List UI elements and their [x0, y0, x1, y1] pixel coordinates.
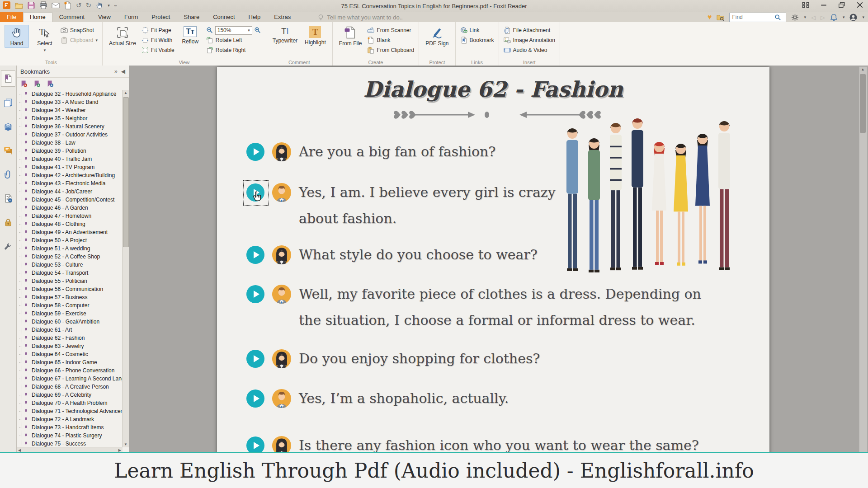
goto-bookmark-icon[interactable]: [47, 80, 54, 88]
bookmark-item[interactable]: Dialogue 67 - Learning A Second Language: [17, 375, 123, 383]
audio-play-button[interactable]: [246, 436, 264, 453]
bookmark-item[interactable]: Dialogue 50 - A Project: [17, 236, 123, 244]
nav-tab-attachments[interactable]: [1, 167, 15, 182]
nav-tab-comments[interactable]: [1, 143, 15, 158]
bookmark-item[interactable]: Dialogue 37 - Outdoor Activities: [17, 131, 123, 139]
tab-view[interactable]: View: [91, 12, 118, 22]
actual-size-button[interactable]: Actual Size: [107, 25, 138, 48]
notifications-bell-icon[interactable]: [830, 14, 838, 21]
bookmarks-scroll-thumb[interactable]: [123, 97, 129, 247]
bookmark-item[interactable]: Dialogue 44 - Job/Career: [17, 188, 123, 196]
gear-dropdown-icon[interactable]: ▾: [804, 15, 806, 19]
bookmark-item[interactable]: Dialogue 53 - Culture: [17, 261, 123, 269]
select-dropdown-icon[interactable]: ▾: [44, 48, 46, 52]
open-file-icon[interactable]: [15, 1, 23, 9]
bookmark-item[interactable]: Dialogue 57 - Business: [17, 293, 123, 301]
bookmark-item[interactable]: Dialogue 64 - Cosmetic: [17, 350, 123, 358]
user-dropdown-icon[interactable]: ▾: [862, 15, 864, 19]
search-folder-icon[interactable]: [717, 14, 724, 21]
audio-play-button[interactable]: [246, 143, 264, 161]
favorites-heart-icon[interactable]: ♥: [708, 13, 712, 21]
bookmark-item[interactable]: Dialogue 39 - Pollution: [17, 147, 123, 155]
tab-connect[interactable]: Connect: [206, 12, 241, 22]
file-attachment-button[interactable]: File Attachment: [504, 26, 555, 34]
blank-button[interactable]: Blank: [367, 36, 414, 44]
bookmark-item[interactable]: Dialogue 63 - Jewelry: [17, 342, 123, 350]
audio-play-button[interactable]: [246, 285, 264, 303]
tab-help[interactable]: Help: [242, 12, 268, 22]
document-scroll-up-arrow[interactable]: ▲: [859, 67, 866, 74]
zoom-in-icon[interactable]: [254, 27, 261, 34]
panel-collapse-icon[interactable]: ◀: [121, 68, 125, 75]
bookmark-item[interactable]: Dialogue 48 - Clothing: [17, 220, 123, 228]
forward-arrow-icon[interactable]: ▷: [821, 14, 825, 21]
bookmark-item[interactable]: Dialogue 35 - Neighbor: [17, 114, 123, 122]
bookmark-item[interactable]: Dialogue 66 - Phone Conversation: [17, 366, 123, 375]
audio-play-button[interactable]: [246, 246, 264, 264]
pdf-sign-button[interactable]: PDF Sign: [424, 25, 450, 48]
snapshot-button[interactable]: SnapShot: [61, 26, 98, 34]
bookmark-item[interactable]: Dialogue 69 - A Celebrity: [17, 391, 123, 399]
bookmark-item[interactable]: Dialogue 75 - Success: [17, 440, 123, 447]
bookmark-item[interactable]: Dialogue 51 - A wedding: [17, 244, 123, 253]
gear-icon[interactable]: [791, 14, 799, 21]
from-file-button[interactable]: From File: [337, 25, 364, 48]
fit-page-button[interactable]: Fit Page: [142, 26, 175, 34]
nav-tab-signatures[interactable]: [1, 191, 15, 206]
switch-layout-icon[interactable]: [802, 2, 809, 8]
bookmark-item[interactable]: Dialogue 52 - A Coffee Shop: [17, 253, 123, 261]
reflow-button[interactable]: Tт Reflow: [178, 25, 203, 46]
tab-protect[interactable]: Protect: [145, 12, 177, 22]
customize-toolbar-icon[interactable]: ≂: [114, 3, 118, 8]
panel-expand-icon[interactable]: »: [114, 68, 118, 75]
bookmark-button[interactable]: Bookmark: [460, 36, 494, 44]
bookmark-item[interactable]: Dialogue 56 - Communication: [17, 285, 123, 293]
bookmark-item[interactable]: Dialogue 72 - A Landmark: [17, 415, 123, 423]
user-avatar-icon[interactable]: [849, 14, 857, 21]
fit-width-button[interactable]: Fit Width: [142, 36, 175, 44]
bookmark-item[interactable]: Dialogue 42 - Architecture/Building: [17, 171, 123, 179]
bookmark-item[interactable]: Dialogue 47 - Hometown: [17, 212, 123, 220]
tab-share[interactable]: Share: [177, 12, 206, 22]
print-icon[interactable]: [39, 1, 47, 9]
audio-play-button[interactable]: [246, 350, 264, 368]
bookmark-item[interactable]: Dialogue 61 - Art: [17, 326, 123, 334]
from-scanner-button[interactable]: From Scanner: [367, 26, 414, 34]
scroll-up-arrow[interactable]: ▲: [123, 90, 129, 96]
highlight-button[interactable]: T Highlight: [303, 25, 328, 47]
fit-visible-button[interactable]: Fit Visible: [142, 46, 175, 54]
bookmark-item[interactable]: Dialogue 41 - TV Program: [17, 163, 123, 171]
nav-tab-layers[interactable]: [1, 119, 15, 134]
bookmarks-vertical-scrollbar[interactable]: ▲ ▼: [122, 90, 129, 447]
bookmark-item[interactable]: Dialogue 36 - Natural Scenery: [17, 122, 123, 131]
tab-form[interactable]: Form: [118, 12, 145, 22]
rotate-right-button[interactable]: Rotate Right: [206, 46, 261, 54]
bookmark-item[interactable]: Dialogue 58 - Computer: [17, 301, 123, 310]
bookmark-item[interactable]: Dialogue 54 - Transport: [17, 269, 123, 277]
bookmark-item[interactable]: Dialogue 70 - A Health Problem: [17, 399, 123, 407]
clipboard-button[interactable]: Clipboard ▾: [61, 36, 98, 44]
document-scroll-thumb[interactable]: [860, 74, 866, 133]
tab-comment[interactable]: Comment: [52, 12, 91, 22]
undo-icon[interactable]: ↺: [76, 1, 82, 9]
bookmark-item[interactable]: Dialogue 71 - Technological Advancement: [17, 407, 123, 415]
bookmark-item[interactable]: Dialogue 74 - Plastic Surgery: [17, 432, 123, 440]
bookmark-item[interactable]: Dialogue 46 - A Garden: [17, 204, 123, 212]
redo-icon[interactable]: ↻: [86, 1, 92, 9]
bookmark-item[interactable]: Dialogue 43 - Electronic Media: [17, 179, 123, 188]
bell-dropdown-icon[interactable]: ▾: [843, 15, 845, 19]
bookmark-item[interactable]: Dialogue 59 - Exercise: [17, 310, 123, 318]
audio-play-button[interactable]: [246, 389, 264, 408]
email-icon[interactable]: [52, 1, 60, 9]
clipboard-dropdown-icon[interactable]: ▾: [95, 38, 98, 42]
from-clipboard-button[interactable]: From Clipboard: [367, 46, 414, 54]
bookmark-item[interactable]: Dialogue 49 - An Advertisement: [17, 228, 123, 236]
image-annotation-button[interactable]: Image Annotation: [504, 36, 555, 44]
tell-me-box[interactable]: Tell me what you want to do..: [318, 12, 403, 22]
nav-tab-bookmarks[interactable]: [1, 71, 15, 86]
bookmark-item[interactable]: Dialogue 38 - Law: [17, 139, 123, 147]
tab-file[interactable]: File: [0, 12, 23, 22]
document-vertical-scrollbar[interactable]: ▲: [859, 66, 868, 453]
new-document-icon[interactable]: [64, 1, 72, 9]
tab-home[interactable]: Home: [23, 12, 52, 22]
